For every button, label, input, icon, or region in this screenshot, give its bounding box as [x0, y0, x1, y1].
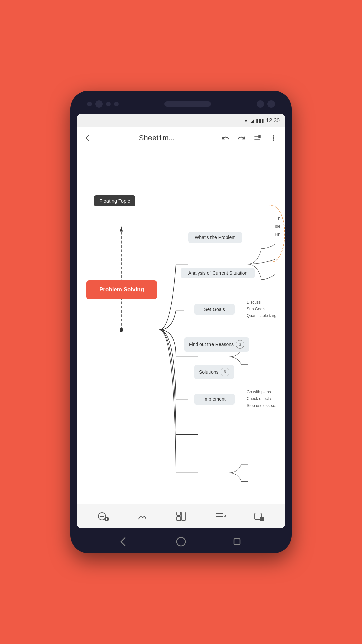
app-toolbar: Sheet1m... [77, 127, 285, 149]
status-bar: ▼ ◢ ▮▮▮ 12:30 [77, 114, 285, 127]
sensor [257, 100, 264, 108]
dot2 [106, 102, 111, 106]
more-button[interactable] [267, 132, 280, 144]
right-label-3: Fin... [275, 232, 284, 237]
mindmap-area[interactable]: Floating Topic Problem Solving What's th… [77, 149, 285, 504]
sensor-area [257, 100, 275, 108]
branch-analysis[interactable]: Analysis of Current Situation [181, 268, 255, 278]
svg-rect-0 [258, 135, 261, 138]
status-icons: ▼ ◢ ▮▮▮ 12:30 [244, 118, 280, 124]
central-node[interactable]: Problem Solving [86, 280, 157, 299]
signal-icon: ◢ [250, 118, 254, 123]
sub-label-quantifiable: Quantifiable targ... [247, 313, 280, 318]
camera-area [87, 100, 119, 108]
export-button[interactable] [253, 510, 265, 522]
branch-implement[interactable]: Implement [194, 394, 235, 405]
outline-button[interactable] [214, 510, 226, 522]
sub-label-go-plans: Go with plans [247, 390, 271, 394]
solutions-badge: 6 [221, 368, 229, 376]
camera [95, 100, 103, 108]
battery-icon: ▮▮▮ [256, 118, 264, 123]
branch-whats-the-problem[interactable]: What's the Problem [188, 232, 242, 243]
branch-solutions[interactable]: Solutions 6 [194, 365, 234, 379]
dot3 [114, 102, 119, 106]
phone-frame: ▼ ◢ ▮▮▮ 12:30 Sheet1m... [70, 91, 292, 553]
add-topic-button[interactable] [97, 510, 109, 522]
phone-top-bar [70, 94, 292, 114]
svg-rect-10 [177, 512, 181, 515]
floating-topic[interactable]: Floating Topic [94, 195, 135, 206]
branch-set-goals[interactable]: Set Goals [194, 304, 235, 315]
dot1 [87, 102, 92, 106]
sub-label-stop-useless: Stop useless so... [247, 403, 279, 408]
nav-recents-button[interactable] [230, 534, 244, 549]
svg-rect-11 [177, 517, 181, 521]
phone-screen: ▼ ◢ ▮▮▮ 12:30 Sheet1m... [77, 114, 285, 528]
nav-home-button[interactable] [174, 534, 188, 549]
undo-button[interactable] [219, 132, 231, 144]
svg-point-2 [120, 328, 123, 332]
svg-point-20 [177, 537, 185, 546]
branch-find-reasons[interactable]: Find out the Reasons 3 [184, 337, 249, 352]
status-time: 12:30 [266, 118, 280, 124]
style-button[interactable] [136, 510, 148, 522]
layout-button[interactable] [175, 510, 187, 522]
phone-nav-bar [70, 530, 292, 553]
find-reasons-badge: 3 [236, 340, 244, 349]
bottom-toolbar [77, 504, 285, 528]
right-label-2: Ide... [275, 224, 284, 229]
svg-rect-21 [234, 539, 240, 545]
speaker [164, 101, 211, 107]
right-label-1: Th... [276, 216, 284, 221]
sub-label-check-effect: Check effect of [247, 396, 274, 401]
back-button[interactable] [82, 132, 95, 144]
redo-button[interactable] [235, 132, 247, 144]
wifi-icon: ▼ [244, 118, 248, 123]
sub-label-sub-goals: Sub Goals [247, 307, 265, 311]
camera2 [267, 100, 275, 108]
toolbar-title: Sheet1m... [99, 133, 215, 142]
sub-label-discuss: Discuss [247, 300, 261, 305]
svg-rect-12 [182, 512, 185, 521]
format-button[interactable] [251, 132, 263, 144]
nav-back-button[interactable] [118, 534, 132, 549]
